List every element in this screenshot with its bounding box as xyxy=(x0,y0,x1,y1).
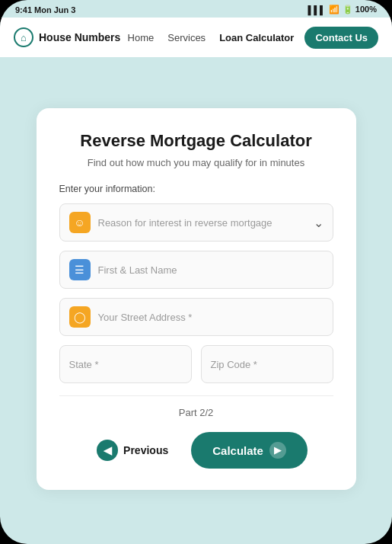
navbar: ⌂ House Numbers Home Services Loan Calcu… xyxy=(0,18,392,57)
address-input[interactable]: ◯ Your Street Address * xyxy=(59,298,333,336)
divider xyxy=(59,395,333,396)
status-bar: 9:41 Mon Jun 3 ▌▌▌ 📶 🔋 100% xyxy=(0,0,392,18)
part-label: Part 2/2 xyxy=(59,407,333,418)
card-subtitle: Find out how much you may qualify for in… xyxy=(59,157,333,168)
reason-dropdown[interactable]: ☺ Reason for interest in reverse mortgag… xyxy=(59,203,333,242)
name-icon: ☰ xyxy=(69,259,91,280)
calc-label: Calculate xyxy=(212,444,263,457)
previous-button[interactable]: ◀ Previous xyxy=(84,432,180,469)
reason-placeholder: Reason for interest in reverse mortgage xyxy=(98,217,311,229)
tablet-frame: 9:41 Mon Jun 3 ▌▌▌ 📶 🔋 100% ⌂ House Numb… xyxy=(0,0,392,544)
reason-icon: ☺ xyxy=(69,212,91,233)
prev-arrow-icon: ◀ xyxy=(97,440,118,461)
nav-home[interactable]: Home xyxy=(128,32,155,43)
wifi-icon: 📶 xyxy=(329,5,339,14)
address-field-group: ◯ Your Street Address * xyxy=(59,298,333,336)
prev-label: Previous xyxy=(123,444,168,456)
zip-input[interactable]: Zip Code * xyxy=(201,345,333,383)
content-area: Reverse Mortgage Calculator Find out how… xyxy=(0,57,392,544)
logo-text: House Numbers xyxy=(39,31,120,43)
calculator-card: Reverse Mortgage Calculator Find out how… xyxy=(37,108,356,490)
signal-icon: ▌▌▌ xyxy=(308,5,325,14)
section-label: Enter your information: xyxy=(59,184,333,194)
nav-links: Home Services Loan Calculator xyxy=(128,32,295,43)
address-placeholder: Your Street Address * xyxy=(98,312,323,323)
nav-services[interactable]: Services xyxy=(167,32,206,43)
reason-field-group: ☺ Reason for interest in reverse mortgag… xyxy=(59,203,333,242)
calc-arrow-icon: ▶ xyxy=(269,442,286,459)
status-time: 9:41 Mon Jun 3 xyxy=(15,5,75,14)
status-icons: ▌▌▌ 📶 🔋 100% xyxy=(308,5,377,14)
nav-loan-calculator[interactable]: Loan Calculator xyxy=(219,32,294,43)
card-title: Reverse Mortgage Calculator xyxy=(59,131,333,151)
logo-icon: ⌂ xyxy=(14,27,33,47)
state-zip-group: State * Zip Code * xyxy=(59,345,333,383)
logo-area: ⌂ House Numbers xyxy=(14,27,120,47)
state-input[interactable]: State * xyxy=(59,345,192,383)
address-icon: ◯ xyxy=(69,306,91,328)
battery-icon: 🔋 100% xyxy=(343,5,377,14)
contact-button[interactable]: Contact Us xyxy=(304,27,378,49)
button-row: ◀ Previous Calculate ▶ xyxy=(59,432,333,469)
zip-placeholder: Zip Code * xyxy=(211,359,323,370)
chevron-down-icon: ⌄ xyxy=(314,216,323,230)
name-input[interactable]: ☰ First & Last Name xyxy=(59,251,333,289)
name-placeholder: First & Last Name xyxy=(98,264,323,276)
name-field-group: ☰ First & Last Name xyxy=(59,251,333,289)
calculate-button[interactable]: Calculate ▶ xyxy=(191,432,308,469)
state-placeholder: State * xyxy=(69,359,182,370)
